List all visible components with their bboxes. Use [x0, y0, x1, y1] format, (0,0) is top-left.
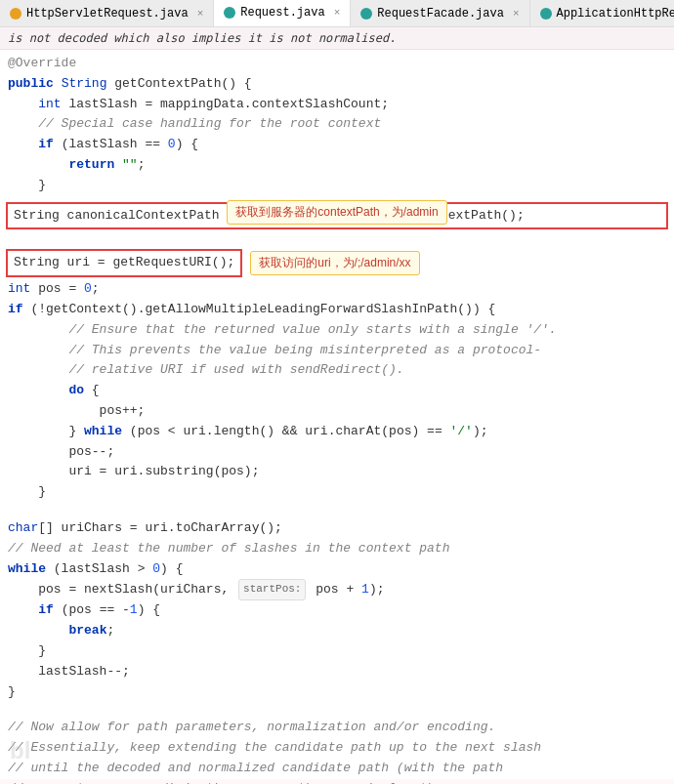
code-text: }	[8, 641, 666, 662]
code-line: return "";	[0, 155, 674, 176]
code-line: }	[0, 482, 674, 503]
tab-close-3[interactable]: ×	[513, 8, 520, 20]
code-text: }	[8, 682, 666, 703]
code-line: break;	[0, 621, 674, 641]
code-text-redbox-2: String uri = getRequestURI();	[14, 255, 234, 269]
code-text: lastSlash--;	[8, 662, 666, 682]
code-line: pos--;	[0, 442, 674, 463]
tab-label-2: Request.java	[240, 6, 324, 20]
code-line: }	[0, 641, 674, 662]
code-text: pos--;	[8, 442, 666, 463]
code-line: } while (pos < uri.length() && uri.charA…	[0, 422, 674, 442]
code-text: // Special case handling for the root co…	[8, 114, 666, 135]
code-text: return "";	[8, 155, 666, 176]
code-text: // parameters removed) is the same as th…	[8, 779, 666, 784]
tab-label-4: ApplicationHttpRequest.java	[557, 7, 674, 21]
code-line: uri = uri.substring(pos);	[0, 462, 674, 482]
code-text: // relative URI if used with sendRedirec…	[8, 360, 666, 381]
code-text: public String getContextPath() {	[8, 74, 666, 95]
code-line-empty	[0, 503, 674, 518]
code-line: // This prevents the value being misinte…	[0, 341, 674, 361]
code-text: // Need at least the number of slashes i…	[8, 539, 666, 559]
code-text: // This prevents the value being misinte…	[8, 341, 666, 361]
code-line: if (lastSlash == 0) {	[0, 135, 674, 155]
code-text-startpos: pos = nextSlash(uriChars, startPos: pos …	[8, 579, 666, 600]
code-text: }	[8, 482, 666, 503]
tab-httpservletrequest[interactable]: HttpServletRequest.java ×	[0, 0, 214, 27]
code-line: // Now allow for path parameters, normal…	[0, 718, 674, 738]
tab-icon-4	[540, 8, 552, 20]
tab-close-2[interactable]: ×	[334, 7, 341, 19]
code-line: // relative URI if used with sendRedirec…	[0, 360, 674, 381]
code-line: }	[0, 682, 674, 703]
code-line: public String getContextPath() {	[0, 74, 674, 95]
code-text: pos++;	[8, 401, 666, 422]
code-line: int lastSlash = mappingData.contextSlash…	[0, 95, 674, 115]
code-text: } while (pos < uri.length() && uri.charA…	[8, 422, 666, 442]
code-text: do {	[8, 381, 666, 401]
tab-icon-1	[10, 8, 21, 20]
tab-label-1: HttpServletRequest.java	[26, 7, 189, 21]
tab-requestfacade[interactable]: RequestFacade.java ×	[351, 0, 529, 27]
code-text: @Override	[8, 54, 666, 74]
tab-label-3: RequestFacade.java	[377, 7, 504, 21]
tab-request[interactable]: Request.java ×	[214, 0, 351, 27]
code-line: // Ensure that the returned value only s…	[0, 320, 674, 341]
code-text: // until the decoded and normalized cand…	[8, 759, 666, 779]
code-text: while (lastSlash > 0) {	[8, 559, 666, 580]
tab-icon-2	[224, 7, 235, 19]
code-line: // Special case handling for the root co…	[0, 114, 674, 135]
annotation-block-2: String uri = getRequestURI(); 获取访问的uri，为…	[0, 249, 674, 277]
code-text: int lastSlash = mappingData.contextSlash…	[8, 95, 666, 115]
code-line: @Override	[0, 54, 674, 74]
code-line: // Essentially, keep extending the candi…	[0, 738, 674, 759]
code-line: int pos = 0;	[0, 279, 674, 300]
code-text: uri = uri.substring(pos);	[8, 462, 666, 482]
code-line: if (pos == -1) {	[0, 600, 674, 621]
code-line: char[] uriChars = uri.toCharArray();	[0, 518, 674, 539]
tab-bar: HttpServletRequest.java × Request.java ×…	[0, 0, 674, 27]
startpos-tooltip: startPos:	[238, 579, 306, 600]
code-line: do {	[0, 381, 674, 401]
code-line-empty	[0, 702, 674, 718]
tab-close-1[interactable]: ×	[197, 8, 204, 20]
code-text: if (lastSlash == 0) {	[8, 135, 666, 155]
code-text: break;	[8, 621, 666, 641]
tab-applicationhttprequest[interactable]: ApplicationHttpRequest.java ×	[530, 0, 674, 27]
code-area: @Override public String getContextPath()…	[0, 50, 674, 784]
code-line: while (lastSlash > 0) {	[0, 559, 674, 580]
annotation-bubble-2: 获取访问的uri，为/;/admin/xx	[250, 251, 419, 275]
code-line: lastSlash--;	[0, 662, 674, 682]
code-text: // Ensure that the returned value only s…	[8, 320, 666, 341]
notice-bar: is not decoded which also implies it is …	[0, 27, 674, 50]
code-line-highlighted: // parameters removed) is the same as th…	[0, 779, 674, 784]
code-text-redbox-1: String canonicalContextPath = getServlet…	[14, 208, 525, 223]
code-text: // Now allow for path parameters, normal…	[8, 718, 666, 738]
red-box-2: String uri = getRequestURI();	[6, 249, 242, 277]
code-text: }	[8, 176, 666, 196]
code-line: // until the decoded and normalized cand…	[0, 759, 674, 779]
code-content: @Override public String getContextPath()…	[0, 50, 674, 784]
code-line: // Need at least the number of slashes i…	[0, 539, 674, 559]
code-text: if (pos == -1) {	[8, 600, 666, 621]
code-text: char[] uriChars = uri.toCharArray();	[8, 518, 666, 539]
notice-text: is not decoded which also implies it is …	[8, 31, 396, 45]
code-text: if (!getContext().getAllowMultipleLeadin…	[8, 300, 666, 320]
code-line: pos++;	[0, 401, 674, 422]
red-box-1: String canonicalContextPath = getServlet…	[6, 202, 668, 230]
tab-icon-3	[360, 8, 372, 20]
code-line: }	[0, 176, 674, 196]
code-text: // Essentially, keep extending the candi…	[8, 738, 666, 759]
code-line-empty	[0, 231, 674, 247]
code-text: int pos = 0;	[8, 279, 666, 300]
code-line-startpos: pos = nextSlash(uriChars, startPos: pos …	[0, 579, 674, 600]
annotation-block-1: 获取到服务器的contextPath，为/admin String canoni…	[0, 200, 674, 230]
code-line: if (!getContext().getAllowMultipleLeadin…	[0, 300, 674, 320]
redbox-2-row: String uri = getRequestURI(); 获取访问的uri，为…	[0, 249, 674, 277]
